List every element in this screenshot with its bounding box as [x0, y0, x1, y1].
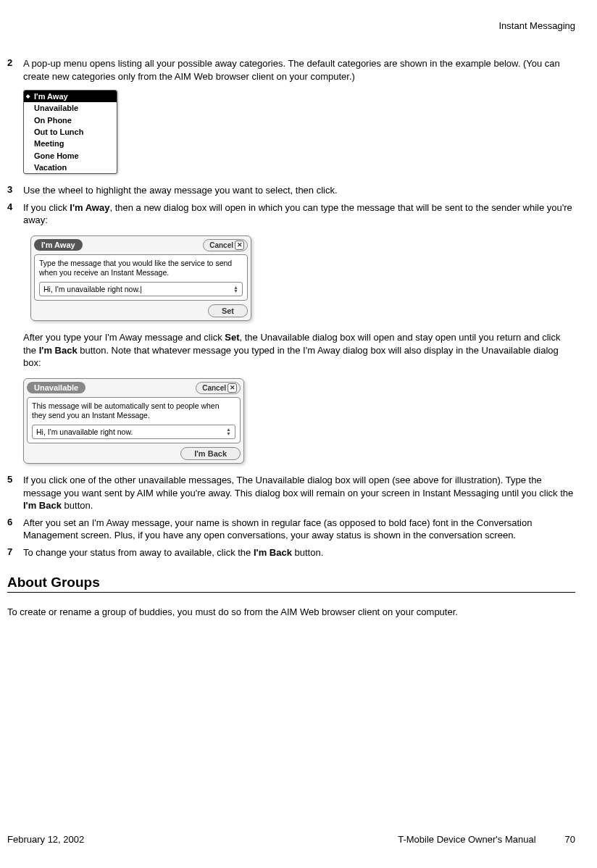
- popup-item-im-away[interactable]: I'm Away: [24, 91, 117, 102]
- bold: I'm Back: [23, 500, 62, 511]
- text: If you click: [23, 202, 70, 213]
- step-5: 5 If you click one of the other unavaila…: [7, 474, 575, 512]
- footer-date: February 12, 2002: [7, 834, 84, 845]
- section-para: To create or rename a group of buddies, …: [7, 606, 575, 619]
- header-section: Instant Messaging: [7, 20, 575, 31]
- unavailable-dialog: Unavailable Cancel ✕ This message will b…: [23, 378, 244, 464]
- step-number: 7: [7, 546, 23, 559]
- close-icon[interactable]: ✕: [227, 383, 237, 393]
- dialog-body: This message will be automatically sent …: [27, 397, 241, 443]
- bold: Set: [225, 332, 239, 343]
- step-number: 3: [7, 184, 23, 197]
- cancel-button[interactable]: Cancel ✕: [196, 382, 241, 394]
- scroll-indicator-icon: ▲▼: [233, 285, 238, 293]
- bold: I'm Back: [39, 345, 78, 356]
- step-3: 3 Use the wheel to highlight the away me…: [7, 184, 575, 197]
- input-value: Hi, I'm unavailable right now.: [36, 427, 133, 436]
- bold: I'm Away: [70, 202, 109, 213]
- dialog-header: Unavailable Cancel ✕: [27, 382, 241, 394]
- cancel-button[interactable]: Cancel ✕: [203, 239, 248, 251]
- step-text: To change your status from away to avail…: [23, 546, 575, 559]
- step-4: 4 If you click I'm Away, then a new dial…: [7, 201, 575, 227]
- step-number: 5: [7, 474, 23, 512]
- step-text: After you set an I'm Away message, your …: [23, 517, 575, 542]
- text: To change your status from away to avail…: [23, 547, 254, 558]
- step-7: 7 To change your status from away to ava…: [7, 546, 575, 559]
- section-rule: [7, 592, 575, 593]
- text: button.: [62, 500, 93, 511]
- away-message-input[interactable]: Hi, I'm unavailable right now. ▲▼: [32, 425, 235, 439]
- step-4-after-text: After you type your I'm Away message and…: [23, 331, 575, 370]
- dialog-header: I'm Away Cancel ✕: [34, 239, 248, 251]
- step-2: 2 A pop-up menu opens listing all your p…: [7, 57, 575, 83]
- step-text: If you click one of the other unavailabl…: [23, 474, 575, 512]
- text: If you click one of the other unavailabl…: [23, 475, 573, 498]
- dialog-body: Type the message that you would like the…: [34, 254, 248, 301]
- step-number: 4: [7, 201, 23, 227]
- away-message-input[interactable]: Hi, I'm unavailable right now.| ▲▼: [39, 282, 243, 296]
- cancel-label: Cancel: [209, 241, 233, 249]
- popup-item-unavailable[interactable]: Unavailable: [24, 102, 117, 114]
- popup-item-vacation[interactable]: Vacation: [24, 162, 117, 173]
- popup-item-meeting[interactable]: Meeting: [24, 138, 117, 149]
- section-heading-about-groups: About Groups: [7, 575, 575, 591]
- im-back-button[interactable]: I'm Back: [180, 447, 241, 460]
- page-footer: February 12, 2002 T-Mobile Device Owner'…: [7, 834, 575, 845]
- popup-item-gone-home[interactable]: Gone Home: [24, 150, 117, 162]
- dialog-description: Type the message that you would like the…: [39, 259, 243, 278]
- dialog-footer: I'm Back: [27, 447, 241, 460]
- footer-title: T-Mobile Device Owner's Manual: [398, 834, 535, 845]
- close-icon[interactable]: ✕: [235, 241, 244, 250]
- bold: I'm Back: [254, 547, 292, 558]
- popup-item-on-phone[interactable]: On Phone: [24, 114, 117, 126]
- input-value: Hi, I'm unavailable right now.|: [43, 285, 142, 293]
- scroll-indicator-icon: ▲▼: [226, 427, 231, 435]
- text: button. Note that whatever message you t…: [23, 345, 559, 369]
- step-text: Use the wheel to highlight the away mess…: [23, 184, 575, 197]
- text: After you type your I'm Away message and…: [23, 332, 225, 343]
- step-number: 2: [7, 57, 23, 83]
- set-button[interactable]: Set: [208, 304, 248, 317]
- away-popup-menu: I'm Away Unavailable On Phone Out to Lun…: [23, 90, 117, 174]
- dialog-title: Unavailable: [27, 382, 85, 393]
- dialog-description: This message will be automatically sent …: [32, 401, 235, 421]
- dialog-title: I'm Away: [34, 239, 83, 251]
- cancel-label: Cancel: [202, 384, 226, 392]
- text: button.: [292, 547, 323, 558]
- footer-page-number: 70: [565, 834, 575, 845]
- step-text: If you click I'm Away, then a new dialog…: [23, 201, 575, 227]
- step-text: A pop-up menu opens listing all your pos…: [23, 57, 575, 83]
- im-away-dialog: I'm Away Cancel ✕ Type the message that …: [30, 235, 251, 321]
- popup-item-out-to-lunch[interactable]: Out to Lunch: [24, 126, 117, 138]
- dialog-footer: Set: [34, 304, 248, 317]
- step-number: 6: [7, 517, 23, 542]
- step-6: 6 After you set an I'm Away message, you…: [7, 517, 575, 542]
